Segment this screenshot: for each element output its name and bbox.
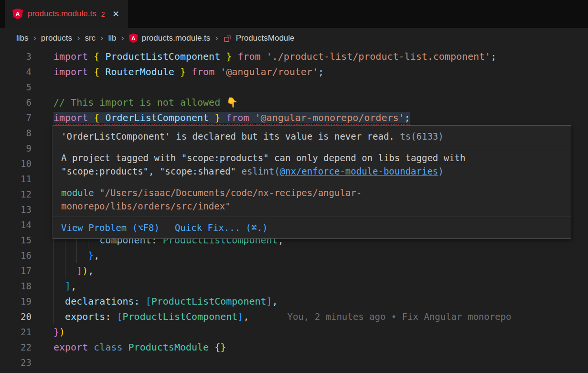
code-line-20[interactable]: 20 exports: [ProductListComponent],You, … bbox=[0, 309, 588, 324]
code-token: : bbox=[134, 296, 146, 307]
code-token: {} bbox=[214, 341, 226, 353]
diagnostic-ts: 'OrderListComponent' is declared but its… bbox=[53, 126, 571, 147]
code-text: import { OrderListComponent } from '@ang… bbox=[32, 110, 588, 125]
tab-products-module[interactable]: A products.module.ts 2 ✕ bbox=[5, 0, 128, 28]
code-text: exports: [ProductListComponent],You, 2 m… bbox=[32, 309, 588, 324]
code-line-4[interactable]: 4import { RouterModule } from '@angular/… bbox=[0, 64, 588, 79]
code-line-7[interactable]: 7import { OrderListComponent } from '@an… bbox=[0, 110, 588, 125]
code-token: ) bbox=[82, 265, 88, 276]
tab-error-badge: 2 bbox=[101, 10, 105, 18]
breadcrumb-item-symbol[interactable]: ProductsModule bbox=[236, 33, 295, 43]
code-token: export bbox=[53, 341, 94, 353]
code-editor[interactable]: 3import { ProductListComponent } from '.… bbox=[0, 49, 588, 373]
code-token: [ bbox=[117, 311, 122, 322]
code-token: [ bbox=[146, 296, 151, 307]
code-token: exports bbox=[65, 311, 105, 322]
code-text: ], bbox=[32, 278, 588, 294]
line-number: 20 bbox=[0, 311, 32, 322]
code-token: , bbox=[243, 311, 249, 322]
diagnostic-ts-code: ts(6133) bbox=[400, 131, 444, 142]
line-number: 9 bbox=[0, 143, 32, 154]
line-number: 12 bbox=[0, 189, 32, 199]
code-line-5[interactable]: 5 bbox=[0, 79, 588, 95]
code-token bbox=[232, 51, 237, 62]
code-line-21[interactable]: 21}) bbox=[0, 324, 588, 340]
line-number: 10 bbox=[0, 158, 32, 169]
code-text: }) bbox=[32, 324, 588, 340]
close-icon[interactable]: ✕ bbox=[112, 9, 119, 19]
code-line-19[interactable]: 19 declarations: [ProductListComponent], bbox=[0, 294, 588, 309]
line-number: 13 bbox=[0, 204, 32, 215]
code-token: import bbox=[53, 66, 94, 77]
breadcrumb-item-libs[interactable]: libs bbox=[16, 33, 29, 43]
line-number: 23 bbox=[0, 357, 32, 368]
code-token: from bbox=[226, 112, 249, 123]
code-token: } bbox=[88, 250, 94, 261]
code-token: 👇 bbox=[226, 97, 238, 108]
code-token: ; bbox=[491, 51, 496, 62]
popup-actions: View Problem (⌥F8) Quick Fix... (⌘.) bbox=[53, 217, 571, 238]
code-token bbox=[220, 112, 226, 123]
code-line-3[interactable]: 3import { ProductListComponent } from '.… bbox=[0, 49, 588, 64]
chevron-right-icon: › bbox=[120, 33, 125, 44]
angular-file-icon: A bbox=[12, 9, 23, 20]
code-line-6[interactable]: 6// This import is not allowed 👇 bbox=[0, 95, 588, 110]
breadcrumb-item-lib[interactable]: lib bbox=[108, 33, 116, 43]
line-number: 19 bbox=[0, 296, 32, 307]
view-problem-button[interactable]: View Problem (⌥F8) bbox=[61, 221, 160, 234]
line-number: 8 bbox=[0, 128, 32, 138]
code-token: ; bbox=[405, 112, 410, 123]
code-token: ProductListComponent bbox=[151, 296, 267, 307]
hover-popup: 'OrderListComponent' is declared but its… bbox=[53, 125, 571, 239]
code-token: } bbox=[214, 112, 220, 123]
code-token: ProductListComponent bbox=[99, 51, 226, 62]
breadcrumb-item-file[interactable]: products.module.ts bbox=[142, 33, 211, 43]
code-token bbox=[186, 66, 192, 77]
code-token: , bbox=[71, 280, 76, 292]
code-token: '@angular/router' bbox=[220, 66, 318, 77]
code-token: } bbox=[180, 66, 186, 77]
code-token: OrderListComponent bbox=[99, 112, 214, 123]
line-number: 17 bbox=[0, 265, 32, 276]
line-number: 18 bbox=[0, 281, 32, 291]
tab-title: products.module.ts bbox=[28, 9, 96, 19]
angular-file-icon: A bbox=[129, 33, 138, 43]
code-token: { bbox=[94, 66, 99, 77]
module-info-line2: monorepo/libs/orders/src/index" bbox=[61, 199, 563, 213]
git-blame-annotation: You, 2 minutes ago • Fix Angular monorep… bbox=[249, 311, 511, 322]
code-line-18[interactable]: 18 ], bbox=[0, 278, 588, 294]
code-text: export class ProductsModule {} bbox=[32, 340, 588, 355]
code-text: }, bbox=[32, 248, 588, 263]
breadcrumb-item-products[interactable]: products bbox=[41, 33, 72, 43]
line-number: 5 bbox=[0, 82, 32, 92]
code-line-16[interactable]: 16 }, bbox=[0, 248, 588, 263]
code-line-17[interactable]: 17 ]), bbox=[0, 263, 588, 278]
code-token: { bbox=[94, 112, 99, 123]
code-text: import { ProductListComponent } from './… bbox=[32, 49, 588, 64]
code-token: declarations bbox=[65, 296, 134, 307]
code-text: ]), bbox=[32, 263, 588, 278]
code-token bbox=[261, 51, 267, 62]
code-text bbox=[32, 79, 588, 95]
code-token: ] bbox=[267, 296, 272, 307]
quick-fix-button[interactable]: Quick Fix... (⌘.) bbox=[175, 221, 267, 234]
code-token: import bbox=[53, 112, 94, 123]
diagnostic-eslint-line2: "scope:products", "scope:shared" eslint(… bbox=[61, 165, 563, 178]
code-token: './product-list/product-list.component' bbox=[267, 51, 491, 62]
tab-bar: A products.module.ts 2 ✕ bbox=[0, 0, 588, 28]
code-line-23[interactable]: 23 bbox=[0, 355, 588, 370]
breadcrumb-item-src[interactable]: src bbox=[85, 33, 96, 43]
line-number: 15 bbox=[0, 235, 32, 245]
code-line-22[interactable]: 22export class ProductsModule {} bbox=[0, 340, 588, 355]
eslint-rule-link[interactable]: @nx/enforce-module-boundaries bbox=[280, 166, 438, 176]
code-token: from bbox=[192, 66, 214, 77]
chevron-right-icon: › bbox=[99, 33, 104, 44]
code-token: class bbox=[94, 341, 128, 353]
code-token: from bbox=[237, 51, 260, 62]
module-info: module "/Users/isaac/Documents/code/nx-r… bbox=[53, 182, 571, 217]
code-token: ) bbox=[59, 326, 65, 338]
line-number: 21 bbox=[0, 327, 32, 337]
chevron-right-icon: › bbox=[76, 33, 81, 44]
code-token: ] bbox=[237, 311, 243, 322]
diagnostic-ts-text: 'OrderListComponent' is declared but its… bbox=[61, 131, 395, 142]
